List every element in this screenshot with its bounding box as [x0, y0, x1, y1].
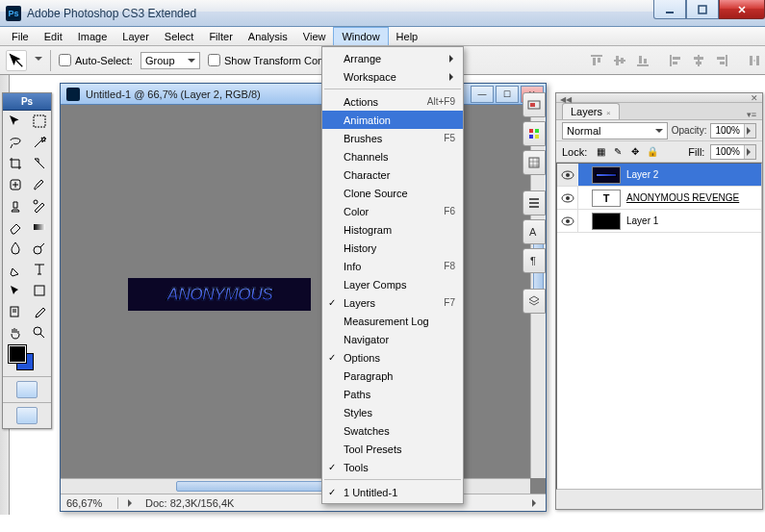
lock-position-icon[interactable]: ✥: [627, 144, 643, 160]
crop-tool[interactable]: [3, 153, 27, 174]
fill-input[interactable]: 100%: [710, 144, 756, 160]
swatches-tab-icon[interactable]: [523, 150, 546, 175]
tool-preset-dropdown[interactable]: [35, 55, 42, 66]
menu-item-paths[interactable]: Paths: [322, 385, 463, 403]
close-button[interactable]: [719, 0, 765, 19]
move-tool[interactable]: [3, 111, 27, 132]
foreground-color[interactable]: [9, 345, 26, 363]
marquee-tool[interactable]: [27, 111, 51, 132]
character-tab-icon[interactable]: A: [523, 219, 546, 244]
screen-mode-button[interactable]: [16, 407, 38, 424]
distribute-icon[interactable]: [744, 50, 765, 71]
layer-row[interactable]: Layer 1: [557, 210, 761, 233]
menu-item-channels[interactable]: Channels: [322, 147, 463, 165]
stamp-tool[interactable]: [3, 195, 27, 216]
history-tab-icon[interactable]: [523, 190, 546, 215]
menu-item-1-untitled-1[interactable]: ✓1 Untitled-1: [322, 483, 463, 501]
menu-item-workspace[interactable]: Workspace: [322, 67, 463, 86]
menu-select[interactable]: Select: [157, 27, 202, 45]
align-left-icon[interactable]: [665, 50, 686, 71]
layer-name[interactable]: Layer 2: [626, 169, 658, 180]
shape-tool[interactable]: [27, 280, 51, 301]
show-transform-checkbox[interactable]: Show Transform Cont: [208, 54, 326, 66]
menu-help[interactable]: Help: [389, 27, 426, 45]
visibility-icon[interactable]: [557, 164, 578, 186]
menu-item-measurement-log[interactable]: Measurement Log: [322, 312, 463, 330]
navigator-tab-icon[interactable]: [523, 92, 546, 117]
layer-thumbnail[interactable]: [592, 166, 621, 184]
menu-item-actions[interactable]: ActionsAlt+F9: [322, 92, 463, 111]
layer-thumbnail[interactable]: T: [592, 190, 621, 207]
align-bottom-icon[interactable]: [632, 50, 653, 71]
type-tool[interactable]: [27, 259, 51, 280]
align-top-icon[interactable]: [586, 50, 607, 71]
align-vcenter-icon[interactable]: [609, 50, 630, 71]
menu-item-color[interactable]: ColorF6: [322, 202, 463, 220]
blur-tool[interactable]: [3, 238, 27, 259]
menu-edit[interactable]: Edit: [37, 27, 70, 45]
menu-item-info[interactable]: InfoF8: [322, 257, 463, 275]
slice-tool[interactable]: [27, 153, 51, 174]
zoom-tool[interactable]: [27, 322, 51, 343]
doc-minimize-button[interactable]: —: [471, 86, 494, 103]
lasso-tool[interactable]: [3, 132, 27, 153]
doc-maximize-button[interactable]: ☐: [496, 86, 519, 103]
canvas[interactable]: ANONYMOUS: [128, 278, 311, 311]
zoom-value[interactable]: 66,67%: [61, 497, 118, 509]
status-menu-icon[interactable]: [532, 497, 540, 509]
wand-tool[interactable]: [27, 132, 51, 153]
layer-row[interactable]: TANONYMOUS REVENGE: [557, 187, 761, 210]
opacity-input[interactable]: 100%: [710, 123, 756, 139]
menu-image[interactable]: Image: [70, 27, 115, 45]
layer-name[interactable]: Layer 1: [626, 215, 658, 226]
visibility-icon[interactable]: [557, 187, 578, 209]
layers-tab[interactable]: Layers×: [562, 103, 620, 119]
menu-item-tool-presets[interactable]: Tool Presets: [322, 440, 463, 458]
notes-tool[interactable]: [3, 301, 27, 322]
color-tab-icon[interactable]: [523, 121, 546, 146]
menu-item-layer-comps[interactable]: Layer Comps: [322, 275, 463, 293]
lock-transparency-icon[interactable]: ▦: [593, 144, 608, 160]
menu-view[interactable]: View: [295, 27, 334, 45]
menu-file[interactable]: File: [4, 27, 37, 45]
menu-item-animation[interactable]: Animation: [322, 111, 463, 129]
menu-item-histogram[interactable]: Histogram: [322, 220, 463, 239]
menu-item-layers[interactable]: ✓LayersF7: [322, 293, 463, 312]
lock-pixels-icon[interactable]: ✎: [610, 144, 625, 160]
menu-item-styles[interactable]: Styles: [322, 403, 463, 421]
panel-close-icon[interactable]: ✕: [751, 93, 758, 103]
layer-row[interactable]: Layer 2: [557, 164, 761, 187]
paragraph-tab-icon[interactable]: ¶: [523, 248, 546, 273]
layer-thumbnail[interactable]: [592, 213, 621, 230]
panel-menu-icon[interactable]: ▾≡: [747, 110, 756, 119]
menu-item-navigator[interactable]: Navigator: [322, 330, 463, 348]
align-right-icon[interactable]: [711, 50, 732, 71]
align-hcenter-icon[interactable]: [688, 50, 709, 71]
minimize-button[interactable]: [653, 0, 686, 19]
move-tool-icon[interactable]: [6, 50, 27, 71]
hand-tool[interactable]: [3, 322, 27, 343]
menu-window[interactable]: Window: [333, 27, 388, 45]
menu-item-clone-source[interactable]: Clone Source: [322, 184, 463, 202]
gradient-tool[interactable]: [27, 216, 51, 238]
blend-mode-select[interactable]: Normal: [562, 122, 668, 139]
pen-tool[interactable]: [3, 259, 27, 280]
heal-tool[interactable]: [3, 174, 27, 195]
path-sel-tool[interactable]: [3, 280, 27, 301]
maximize-button[interactable]: [686, 0, 719, 19]
doc-info[interactable]: Doc: 82,3K/156,4K: [118, 497, 234, 509]
history-brush-tool[interactable]: [27, 195, 51, 216]
document-titlebar[interactable]: Untitled-1 @ 66,7% (Layer 2, RGB/8) — ☐ …: [61, 84, 546, 105]
toolbox-header[interactable]: Ps: [3, 93, 51, 111]
auto-select-target[interactable]: Group: [140, 52, 200, 69]
menu-item-tools[interactable]: ✓Tools: [322, 458, 463, 476]
quick-mask-button[interactable]: [16, 381, 38, 398]
menu-layer[interactable]: Layer: [115, 27, 157, 45]
auto-select-checkbox[interactable]: Auto-Select:: [59, 54, 133, 66]
visibility-icon[interactable]: [557, 210, 578, 232]
menu-item-swatches[interactable]: Swatches: [322, 421, 463, 440]
menu-item-brushes[interactable]: BrushesF5: [322, 129, 463, 147]
menu-item-arrange[interactable]: Arrange: [322, 49, 463, 67]
lock-all-icon[interactable]: 🔒: [645, 144, 660, 160]
menu-item-history[interactable]: History: [322, 239, 463, 257]
